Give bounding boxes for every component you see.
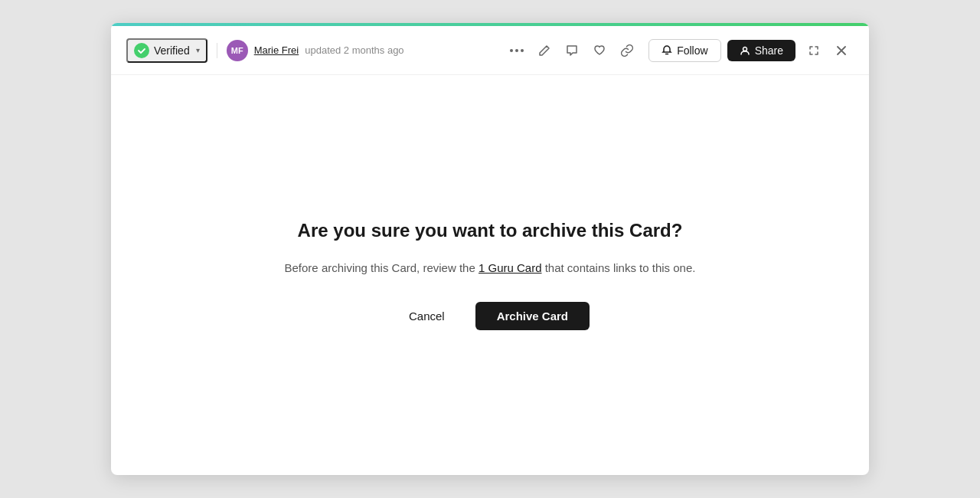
- cancel-button[interactable]: Cancel: [390, 302, 463, 330]
- archive-card-button[interactable]: Archive Card: [475, 302, 590, 330]
- description-prefix: Before archiving this Card, review the: [285, 261, 475, 274]
- verified-check-icon: [134, 43, 149, 58]
- follow-button[interactable]: Follow: [648, 39, 720, 62]
- more-options-button[interactable]: [505, 38, 529, 63]
- svg-point-0: [510, 49, 513, 52]
- modal-container: Verified ▾ MF Marie Frei updated 2 month…: [111, 23, 869, 475]
- bell-icon: [662, 45, 672, 56]
- guru-card-link[interactable]: 1 Guru Card: [479, 261, 542, 274]
- heart-button[interactable]: [587, 38, 612, 63]
- verified-badge[interactable]: Verified ▾: [126, 38, 207, 63]
- link-button[interactable]: [615, 38, 639, 63]
- modal-header: Verified ▾ MF Marie Frei updated 2 month…: [111, 26, 869, 75]
- update-time: updated 2 months ago: [305, 44, 403, 56]
- confirm-actions: Cancel Archive Card: [390, 302, 590, 330]
- header-actions: Follow Share: [505, 38, 854, 63]
- expand-button[interactable]: [802, 38, 826, 63]
- svg-point-3: [743, 47, 746, 51]
- verified-label: Verified: [154, 44, 190, 57]
- author-info: MF Marie Frei updated 2 months ago: [227, 40, 404, 61]
- edit-button[interactable]: [532, 38, 557, 63]
- svg-point-1: [515, 49, 518, 52]
- avatar: MF: [227, 40, 248, 61]
- expand-icon: [808, 45, 819, 56]
- close-icon: [836, 45, 847, 56]
- close-button[interactable]: [829, 38, 854, 63]
- author-link[interactable]: Marie Frei: [254, 44, 299, 56]
- share-label: Share: [755, 44, 783, 57]
- follow-label: Follow: [677, 44, 707, 57]
- header-divider: [217, 43, 217, 58]
- comment-button[interactable]: [560, 38, 584, 63]
- description-suffix: that contains links to this one.: [545, 261, 696, 274]
- svg-point-2: [521, 49, 524, 52]
- share-button[interactable]: Share: [727, 40, 795, 61]
- share-icon: [740, 45, 750, 56]
- chevron-down-icon: ▾: [196, 46, 200, 54]
- confirm-description: Before archiving this Card, review the 1…: [285, 260, 696, 277]
- confirm-title: Are you sure you want to archive this Ca…: [298, 220, 683, 241]
- modal-body: Are you sure you want to archive this Ca…: [111, 75, 869, 475]
